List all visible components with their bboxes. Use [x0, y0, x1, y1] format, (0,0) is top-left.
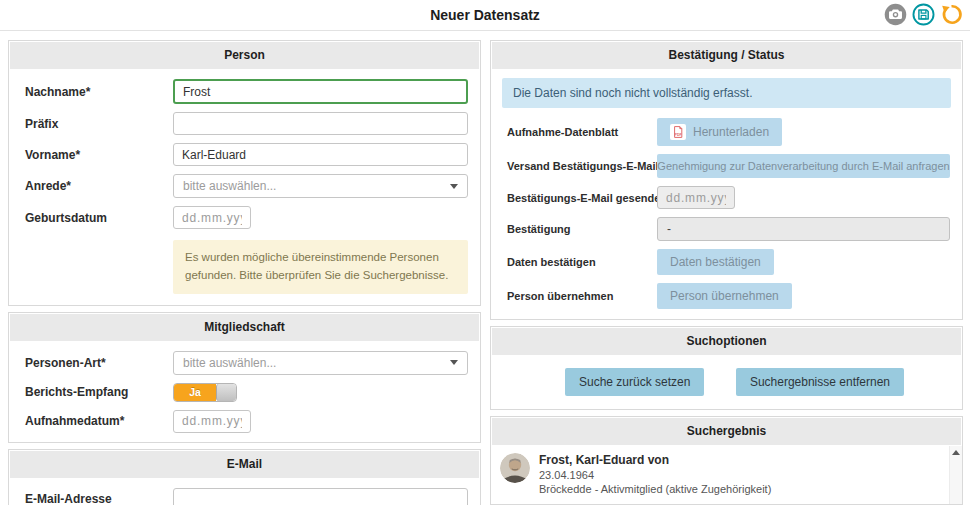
- genehmigung-anfragen-button-label: Genehmigung zur Datenverarbeitung durch …: [657, 160, 949, 172]
- mitgliedschaft-panel-title: Mitgliedschaft: [10, 314, 479, 341]
- geburtsdatum-row: Geburtsdatum: [9, 202, 480, 233]
- nachname-input[interactable]: [173, 79, 468, 104]
- personen-art-select-placeholder: bitte auswählen...: [183, 356, 276, 370]
- undo-button[interactable]: [940, 4, 963, 27]
- save-button[interactable]: [912, 4, 935, 27]
- chevron-down-icon: [450, 184, 458, 189]
- bestaetigung-value: -: [657, 217, 950, 241]
- svg-text:PDF: PDF: [675, 133, 683, 137]
- aufnahmedatum-input[interactable]: [173, 410, 251, 433]
- suchoptionen-panel-title: Suchoptionen: [492, 328, 961, 355]
- versand-row: Versand Bestätigungs-E-Mail Genehmigung …: [491, 150, 962, 182]
- personen-art-row: Personen-Art* bitte auswählen...: [9, 347, 480, 379]
- daten-bestaetigen-row: Daten bestätigen Daten bestätigen: [491, 245, 962, 279]
- aufnahmedatum-label: Aufnahmedatum*: [25, 414, 173, 428]
- anrede-label: Anrede*: [25, 179, 173, 193]
- result-scrollbar[interactable]: [949, 446, 962, 504]
- versand-label: Versand Bestätigungs-E-Mail: [507, 160, 657, 172]
- camera-icon: [884, 3, 907, 29]
- gesendet-label: Bestätigungs-E-Mail gesendet: [507, 192, 657, 204]
- person-uebernehmen-label: Person übernehmen: [507, 290, 657, 302]
- daten-bestaetigen-button-label: Daten bestätigen: [670, 255, 761, 269]
- herunterladen-button-label: Herunterladen: [693, 125, 769, 139]
- gesendet-row: Bestätigungs-E-Mail gesendet: [491, 182, 962, 213]
- status-panel-title: Bestätigung / Status: [492, 42, 961, 69]
- herunterladen-button[interactable]: PDF Herunterladen: [657, 118, 782, 146]
- result-avatar: [500, 453, 530, 483]
- email-adresse-input[interactable]: [173, 488, 468, 505]
- suchergebnis-panel: Suchergebnis: [490, 416, 963, 505]
- anrede-row: Anrede* bitte auswählen...: [9, 170, 480, 202]
- left-column: Person Nachname* Präfix Vorname* Anrede*…: [8, 40, 481, 505]
- undo-icon: [940, 3, 963, 29]
- email-panel-title: E-Mail: [10, 451, 479, 478]
- nachname-label: Nachname*: [25, 85, 173, 99]
- nachname-row: Nachname*: [9, 75, 480, 108]
- berichts-empfang-toggle[interactable]: Ja: [173, 383, 237, 402]
- right-column: Bestätigung / Status Die Daten sind noch…: [490, 40, 963, 505]
- vorname-row: Vorname*: [9, 139, 480, 170]
- praefix-label: Präfix: [25, 117, 173, 131]
- page-title: Neuer Datensatz: [430, 7, 540, 23]
- person-panel: Person Nachname* Präfix Vorname* Anrede*…: [8, 40, 481, 306]
- suchergebnisse-entfernen-button[interactable]: Suchergebnisse entfernen: [736, 368, 904, 396]
- bestaetigung-label: Bestätigung: [507, 223, 657, 235]
- genehmigung-anfragen-button[interactable]: Genehmigung zur Datenverarbeitung durch …: [657, 154, 950, 178]
- suchergebnis-list: Frost, Karl-Eduard von 23.04.1964 Bröcke…: [491, 446, 962, 504]
- person-uebernehmen-button-label: Person übernehmen: [670, 289, 779, 303]
- personen-art-select[interactable]: bitte auswählen...: [173, 351, 468, 375]
- status-panel: Bestätigung / Status Die Daten sind noch…: [490, 40, 963, 320]
- suche-zuruecksetzen-button[interactable]: Suche zurück setzen: [565, 368, 704, 396]
- geburtsdatum-label: Geburtsdatum: [25, 211, 173, 225]
- scroll-up-icon: [952, 450, 960, 455]
- vorname-label: Vorname*: [25, 148, 173, 162]
- personen-art-label: Personen-Art*: [25, 356, 173, 370]
- toggle-on-label: Ja: [174, 384, 216, 401]
- top-bar: Neuer Datensatz: [0, 0, 970, 31]
- mitgliedschaft-panel: Mitgliedschaft Personen-Art* bitte auswä…: [8, 312, 481, 443]
- suchergebnis-panel-title: Suchergebnis: [492, 418, 961, 445]
- vorname-input[interactable]: [173, 143, 468, 166]
- camera-button[interactable]: [884, 4, 907, 27]
- email-panel: E-Mail E-Mail-Adresse: [8, 449, 481, 505]
- aufnahme-datenblatt-label: Aufnahme-Datenblatt: [507, 126, 657, 138]
- person-uebernehmen-button[interactable]: Person übernehmen: [657, 283, 792, 309]
- aufnahme-datenblatt-row: Aufnahme-Datenblatt PDF Herunterladen: [491, 114, 962, 150]
- suchergebnisse-entfernen-button-label: Suchergebnisse entfernen: [750, 375, 890, 389]
- daten-bestaetigen-button[interactable]: Daten bestätigen: [657, 249, 774, 275]
- result-birthdate: 23.04.1964: [539, 468, 771, 482]
- person-uebernehmen-row: Person übernehmen Person übernehmen: [491, 279, 962, 319]
- status-info-message: Die Daten sind noch nicht vollständig er…: [502, 78, 951, 108]
- praefix-input[interactable]: [173, 112, 468, 135]
- geburtsdatum-input[interactable]: [173, 206, 251, 229]
- save-icon: [912, 3, 935, 29]
- suche-zuruecksetzen-button-label: Suche zurück setzen: [579, 375, 690, 389]
- praefix-row: Präfix: [9, 108, 480, 139]
- bestaetigung-row: Bestätigung -: [491, 213, 962, 245]
- toggle-handle: [216, 384, 236, 401]
- result-membership: Bröckedde - Aktivmitglied (aktive Zugehö…: [539, 482, 771, 496]
- aufnahmedatum-row: Aufnahmedatum*: [9, 406, 480, 442]
- daten-bestaetigen-label: Daten bestätigen: [507, 256, 657, 268]
- chevron-down-icon: [450, 360, 458, 365]
- berichts-empfang-label: Berichts-Empfang: [25, 385, 173, 399]
- top-bar-actions: [884, 4, 963, 27]
- search-result-item[interactable]: Frost, Karl-Eduard von 23.04.1964 Bröcke…: [491, 446, 962, 504]
- result-name: Frost, Karl-Eduard von: [539, 453, 771, 468]
- duplicate-warning-message: Es wurden mögliche übereinstimmende Pers…: [173, 240, 468, 294]
- anrede-select[interactable]: bitte auswählen...: [173, 174, 468, 198]
- result-text: Frost, Karl-Eduard von 23.04.1964 Bröcke…: [539, 453, 771, 497]
- email-adresse-label: E-Mail-Adresse: [25, 492, 173, 505]
- suchoptionen-panel: Suchoptionen Suche zurück setzen Sucherg…: [490, 326, 963, 410]
- anrede-select-placeholder: bitte auswählen...: [183, 179, 276, 193]
- pdf-icon: PDF: [670, 124, 686, 140]
- gesendet-date-input: [657, 186, 735, 209]
- berichts-empfang-row: Berichts-Empfang Ja: [9, 379, 480, 406]
- email-adresse-row: E-Mail-Adresse: [9, 479, 480, 505]
- person-panel-title: Person: [10, 42, 479, 69]
- main-content: Person Nachname* Präfix Vorname* Anrede*…: [0, 31, 970, 505]
- suchoptionen-buttons: Suche zurück setzen Suchergebnisse entfe…: [491, 356, 962, 409]
